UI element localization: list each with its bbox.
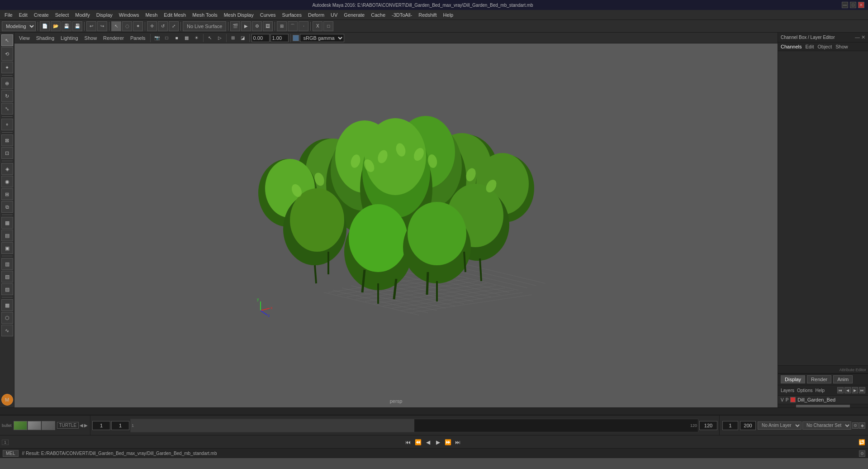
select-tool-btn[interactable]: ↖: [1, 34, 13, 46]
snap-pt-btn[interactable]: ◉: [1, 176, 13, 187]
menu-deform[interactable]: Deform: [305, 11, 327, 19]
lighting-menu-btn[interactable]: Lighting: [58, 35, 81, 41]
start-frame-input[interactable]: [111, 421, 129, 430]
render-view-btn[interactable]: 🖼: [263, 21, 273, 31]
frame-number-display[interactable]: 1: [2, 440, 9, 445]
layer-visibility[interactable]: V: [781, 397, 784, 402]
playback-end-input[interactable]: [699, 421, 717, 430]
layer-end-btn[interactable]: ⏭: [859, 387, 865, 393]
tab-object[interactable]: Object: [817, 44, 832, 49]
play-back-btn[interactable]: ◀: [423, 438, 432, 447]
timeline-bar[interactable]: 1 120: [130, 419, 698, 432]
view-menu-btn[interactable]: View: [16, 35, 33, 41]
menu-modify[interactable]: Modify: [72, 11, 92, 19]
renderer-menu-btn[interactable]: Renderer: [100, 35, 127, 41]
snap-grid-l-btn[interactable]: ⊞: [1, 188, 13, 200]
xray-btn[interactable]: X: [313, 21, 323, 31]
undo-btn[interactable]: ↩: [86, 21, 96, 31]
step-fwd-btn[interactable]: ⏩: [443, 438, 452, 447]
menu-uv[interactable]: UV: [328, 11, 340, 19]
vp-textured-btn[interactable]: ▦: [182, 34, 191, 43]
vp-shaded-btn[interactable]: ■: [172, 34, 181, 43]
panel-close-btn[interactable]: ✕: [861, 34, 865, 40]
open-file-btn[interactable]: 📂: [51, 21, 61, 31]
save-as-btn[interactable]: 💾: [72, 21, 82, 31]
wireframe-btn[interactable]: □: [323, 21, 333, 31]
help-label[interactable]: Help: [815, 388, 825, 393]
layout-3-btn[interactable]: ▣: [1, 242, 13, 254]
custom-manip-btn[interactable]: ⊡: [1, 147, 13, 159]
menu-curves[interactable]: Curves: [257, 11, 279, 19]
ncloth-btn[interactable]: ⬡: [1, 312, 13, 324]
anim-layer-dropdown[interactable]: No Anim Layer: [758, 421, 802, 430]
layer-scrollbar[interactable]: [778, 404, 868, 407]
color-icon[interactable]: [293, 35, 299, 41]
move-btn[interactable]: ✛: [147, 21, 157, 31]
current-frame-input[interactable]: [92, 421, 110, 430]
layers-label[interactable]: Layers: [781, 388, 794, 393]
timeline-key-btn[interactable]: ◆: [859, 422, 865, 429]
mode-dropdown[interactable]: Modeling: [2, 21, 36, 31]
vp-wireframe-btn[interactable]: □: [162, 34, 171, 43]
tab-show[interactable]: Show: [835, 44, 848, 49]
paint-btn[interactable]: ✦: [133, 21, 143, 31]
tab-channels[interactable]: Channels: [781, 44, 802, 49]
shading-menu-btn[interactable]: Shading: [33, 35, 57, 41]
scale-btn[interactable]: ⤢: [169, 21, 179, 31]
turtle-btn[interactable]: TURTLE: [57, 422, 79, 429]
fluid-btn[interactable]: ∿: [1, 325, 13, 336]
snap-point-btn[interactable]: ·: [299, 21, 308, 31]
lasso-btn[interactable]: ◌: [122, 21, 132, 31]
panel-minimize-btn[interactable]: —: [855, 34, 860, 40]
layer-playback[interactable]: P: [786, 397, 789, 402]
select-btn[interactable]: ↖: [111, 21, 121, 31]
go-to-start-btn[interactable]: ⏮: [403, 438, 413, 447]
loop-btn[interactable]: 🔁: [857, 438, 866, 447]
menu-redshift[interactable]: Redshift: [416, 11, 439, 19]
layer-next-btn[interactable]: ▶: [852, 387, 858, 393]
menu-edit-mesh[interactable]: Edit Mesh: [161, 11, 189, 19]
menu-surfaces[interactable]: Surfaces: [280, 11, 304, 19]
exposure-input[interactable]: [251, 34, 270, 42]
menu-3dtoall[interactable]: -3DToAll-: [389, 11, 415, 19]
vp-render-btn[interactable]: ▷: [215, 34, 224, 43]
menu-windows[interactable]: Windows: [116, 11, 142, 19]
layer-add-btn[interactable]: ⏮: [837, 387, 844, 393]
display-3-btn[interactable]: ▨: [1, 283, 13, 295]
maximize-button[interactable]: □: [850, 2, 856, 8]
move-tool-btn[interactable]: ⊕: [1, 77, 13, 89]
timeline-collapse-btn[interactable]: ▶: [84, 423, 88, 428]
menu-create[interactable]: Create: [31, 11, 52, 19]
layer-prev-btn[interactable]: ◀: [844, 387, 851, 393]
vp-grid-btn[interactable]: ⊞: [228, 34, 237, 43]
options-label[interactable]: Options: [797, 388, 812, 393]
render-btn[interactable]: 🎬: [230, 21, 240, 31]
menu-mesh-display[interactable]: Mesh Display: [221, 11, 256, 19]
rotate-tool-btn[interactable]: ↻: [1, 90, 13, 102]
show-manip-btn[interactable]: ⊠: [1, 134, 13, 146]
play-btn[interactable]: ▶: [433, 438, 442, 447]
display-1-btn[interactable]: ▥: [1, 258, 13, 270]
minimize-button[interactable]: —: [842, 2, 848, 8]
menu-help[interactable]: Help: [441, 11, 456, 19]
render-l-btn[interactable]: ▩: [1, 299, 13, 311]
tab-render[interactable]: Render: [807, 375, 831, 383]
snap-view-btn[interactable]: ⧉: [1, 201, 13, 213]
maya-logo-btn[interactable]: M: [1, 394, 13, 406]
tab-display[interactable]: Display: [781, 375, 805, 383]
render-settings-btn[interactable]: ⚙: [252, 21, 262, 31]
scale-tool-btn[interactable]: ⤡: [1, 103, 13, 115]
layer-color-swatch[interactable]: [790, 397, 796, 402]
timeline-expand-btn[interactable]: ◀: [80, 423, 83, 428]
snap-curve-btn[interactable]: ⌒: [288, 21, 298, 31]
anim-start-input[interactable]: [722, 421, 738, 430]
menu-file[interactable]: File: [2, 11, 15, 19]
gamma-select[interactable]: sRGB gamma: [300, 34, 344, 42]
anim-end-input[interactable]: [740, 421, 756, 430]
tab-anim[interactable]: Anim: [833, 375, 853, 383]
new-file-btn[interactable]: 📄: [40, 21, 50, 31]
layout-1-btn[interactable]: ▦: [1, 217, 13, 229]
char-set-dropdown[interactable]: No Character Set: [802, 421, 851, 430]
vp-select-btn[interactable]: ↖: [205, 34, 214, 43]
status-bar-icon[interactable]: ⚙: [859, 450, 865, 457]
